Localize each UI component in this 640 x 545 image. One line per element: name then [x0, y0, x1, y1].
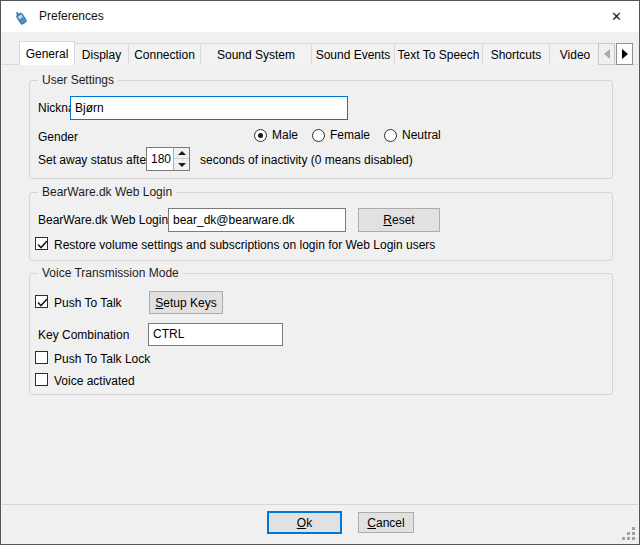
tab-scroll-controls — [598, 43, 633, 65]
title-bar: Preferences ✕ — [1, 1, 639, 32]
close-icon: ✕ — [611, 9, 622, 24]
key-combination-input[interactable]: CTRL — [148, 323, 283, 346]
group-title: User Settings — [38, 73, 118, 87]
radio-neutral-label: Neutral — [402, 128, 441, 142]
group-title: BearWare.dk Web Login — [38, 185, 176, 199]
tab-scroll-right-button[interactable] — [616, 43, 633, 65]
ok-button[interactable]: Ok — [267, 511, 342, 534]
gender-radio-group: Male Female Neutral — [254, 128, 441, 142]
radio-female[interactable]: Female — [312, 128, 370, 142]
away-seconds-value: 180 — [151, 152, 171, 166]
away-status-label: Set away status after — [38, 153, 150, 167]
push-to-talk-lock-checkbox[interactable] — [35, 351, 48, 367]
window-title: Preferences — [39, 9, 104, 23]
radio-selected-icon — [254, 129, 267, 142]
radio-icon — [312, 129, 325, 142]
cancel-button[interactable]: Cancel — [358, 512, 414, 533]
push-to-talk-lock-label: Push To Talk Lock — [54, 352, 150, 366]
footer-separator — [2, 504, 638, 505]
spinner-up-button[interactable] — [174, 148, 189, 159]
tab-sound-system[interactable]: Sound System — [200, 43, 312, 65]
gender-label: Gender — [38, 130, 78, 144]
voice-activated-checkbox[interactable] — [35, 373, 48, 389]
spinner-buttons — [173, 148, 189, 170]
tab-shortcuts[interactable]: Shortcuts — [482, 43, 550, 65]
tab-bar: General Display Connection Sound System … — [2, 43, 638, 65]
close-button[interactable]: ✕ — [594, 1, 639, 32]
setup-keys-button[interactable]: Setup Keys — [149, 291, 223, 314]
arrow-down-icon — [178, 163, 186, 167]
push-to-talk-label: Push To Talk — [54, 296, 122, 310]
checkbox-unchecked-icon — [35, 373, 48, 386]
reset-button[interactable]: Reset — [358, 208, 440, 232]
radio-male[interactable]: Male — [254, 128, 298, 142]
restore-volume-label: Restore volume settings and subscription… — [54, 238, 435, 252]
arrow-up-icon — [178, 151, 186, 155]
chevron-right-icon — [622, 49, 628, 59]
preferences-dialog: Preferences ✕ General Display Connection… — [0, 0, 640, 545]
web-login-group: BearWare.dk Web Login BearWare.dk Web Lo… — [29, 192, 613, 261]
tab-list: General Display Connection Sound System … — [20, 43, 601, 65]
tab-text-to-speech[interactable]: Text To Speech — [394, 43, 483, 65]
tab-general[interactable]: General — [19, 41, 75, 65]
tab-scroll-left-button[interactable] — [598, 43, 615, 65]
checkbox-checked-icon — [35, 237, 48, 250]
web-login-id-input[interactable]: bear_dk@bearware.dk — [168, 208, 346, 232]
key-combination-label: Key Combination — [38, 328, 129, 342]
voice-activated-label: Voice activated — [54, 374, 135, 388]
user-settings-group: User Settings Nickname Bjørn Gender Male… — [29, 80, 613, 179]
checkbox-unchecked-icon — [35, 351, 48, 364]
away-seconds-spinner[interactable]: 180 — [146, 147, 190, 171]
tab-sound-events[interactable]: Sound Events — [311, 43, 395, 65]
tab-connection[interactable]: Connection — [128, 43, 201, 65]
spinner-down-button[interactable] — [174, 159, 189, 170]
app-icon — [14, 9, 30, 25]
checkbox-checked-icon — [35, 295, 48, 308]
nickname-input[interactable]: Bjørn — [70, 96, 348, 120]
web-login-id-label: BearWare.dk Web Login ID — [38, 213, 183, 227]
group-title: Voice Transmission Mode — [38, 266, 183, 280]
push-to-talk-checkbox[interactable] — [35, 295, 48, 311]
radio-male-label: Male — [272, 128, 298, 142]
resize-grip-icon[interactable] — [620, 525, 635, 540]
tab-video[interactable]: Video — [549, 43, 601, 65]
radio-icon — [384, 129, 397, 142]
radio-neutral[interactable]: Neutral — [384, 128, 441, 142]
chevron-left-icon — [604, 49, 610, 59]
away-status-suffix: seconds of inactivity (0 means disabled) — [200, 153, 413, 167]
radio-female-label: Female — [330, 128, 370, 142]
voice-transmission-group: Voice Transmission Mode Push To Talk Set… — [29, 273, 613, 395]
tab-display[interactable]: Display — [74, 43, 129, 65]
restore-volume-checkbox[interactable] — [35, 237, 48, 253]
